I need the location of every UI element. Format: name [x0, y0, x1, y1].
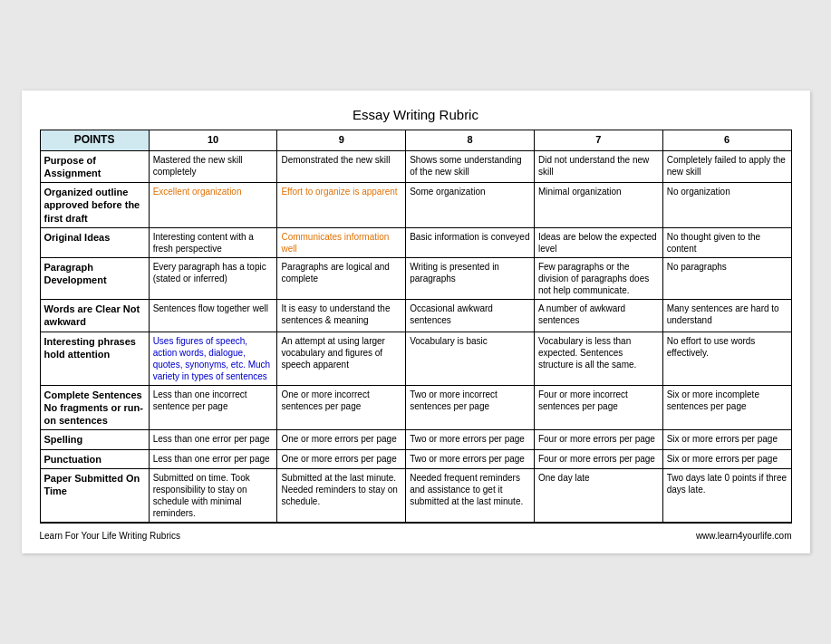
col10-cell: Sentences flow together well	[149, 300, 277, 332]
col8-cell: Needed frequent reminders and assistance…	[406, 469, 535, 524]
col9-cell: One or more incorrect sentences per page	[277, 385, 406, 430]
criterion-cell: Words are Clear Not awkward	[40, 300, 149, 332]
rubric-table: POINTS 10 9 8 7 6 Purpose of AssignmentM…	[40, 130, 792, 524]
page-title: Essay Writing Rubric	[40, 107, 792, 122]
criterion-cell: Paragraph Development	[40, 258, 149, 300]
col10-cell: Less than one error per page	[149, 430, 277, 449]
col10-cell: Every paragraph has a topic (stated or i…	[149, 258, 277, 300]
criterion-cell: Interesting phrases hold attention	[40, 332, 149, 385]
header-col6: 6	[662, 130, 791, 150]
header-col8: 8	[406, 130, 535, 150]
col7-cell: Four or more incorrect sentences per pag…	[534, 385, 662, 430]
footer-right: www.learn4yourlife.com	[696, 531, 792, 541]
col9-cell: Paragraphs are logical and complete	[277, 258, 406, 300]
table-row: Purpose of AssignmentMastered the new sk…	[40, 150, 791, 183]
col9-cell: It is easy to understand the sentences &…	[277, 300, 406, 332]
col10-cell: Interesting content with a fresh perspec…	[149, 228, 277, 258]
criterion-cell: Complete Sentences No fragments or run-o…	[40, 385, 149, 430]
col8-cell: Shows some understanding of the new skil…	[406, 150, 535, 183]
col6-cell: Completely failed to apply the new skill	[662, 150, 791, 183]
col7-cell: Minimal organization	[534, 183, 662, 228]
col8-cell: Basic information is conveyed	[406, 228, 535, 258]
col6-cell: Six or more errors per page	[662, 449, 791, 468]
header-points: POINTS	[40, 130, 149, 150]
criterion-cell: Purpose of Assignment	[40, 150, 149, 183]
col7-cell: A number of awkward sentences	[534, 300, 662, 332]
rubric-page: Essay Writing Rubric POINTS 10 9 8 7 6 P…	[22, 91, 810, 553]
col6-cell: No paragraphs	[662, 258, 791, 300]
col7-cell: Four or more errors per page	[534, 430, 662, 449]
col6-cell: Two days late 0 points if three days lat…	[662, 469, 791, 524]
table-header-row: POINTS 10 9 8 7 6	[40, 130, 791, 150]
header-col7: 7	[534, 130, 662, 150]
table-row: Paper Submitted On TimeSubmitted on time…	[40, 469, 791, 524]
col6-cell: Six or more errors per page	[662, 430, 791, 449]
table-row: Words are Clear Not awkwardSentences flo…	[40, 300, 791, 332]
col7-cell: One day late	[534, 469, 662, 524]
col10-cell: Less than one error per page	[149, 449, 277, 468]
col8-cell: Occasional awkward sentences	[406, 300, 535, 332]
col6-cell: Many sentences are hard to understand	[662, 300, 791, 332]
col6-cell: Six or more incomplete sentences per pag…	[662, 385, 791, 430]
col6-cell: No organization	[662, 183, 791, 228]
col10-cell: Excellent organization	[149, 183, 277, 228]
col6-cell: No thought given to the content	[662, 228, 791, 258]
col9-cell: One or more errors per page	[277, 430, 406, 449]
col9-cell: Communicates information well	[277, 228, 406, 258]
col8-cell: Two or more errors per page	[406, 449, 535, 468]
header-col9: 9	[277, 130, 406, 150]
table-row: PunctuationLess than one error per pageO…	[40, 449, 791, 468]
col9-cell: One or more errors per page	[277, 449, 406, 468]
table-row: Interesting phrases hold attentionUses f…	[40, 332, 791, 385]
criterion-cell: Punctuation	[40, 449, 149, 468]
table-row: Paragraph DevelopmentEvery paragraph has…	[40, 258, 791, 300]
table-row: Complete Sentences No fragments or run-o…	[40, 385, 791, 430]
col7-cell: Vocabulary is less than expected. Senten…	[534, 332, 662, 385]
col9-cell: An attempt at using larger vocabulary an…	[277, 332, 406, 385]
col8-cell: Vocabulary is basic	[406, 332, 535, 385]
col7-cell: Few paragraphs or the division of paragr…	[534, 258, 662, 300]
table-row: SpellingLess than one error per pageOne …	[40, 430, 791, 449]
col10-cell: Submitted on time. Took responsibility t…	[149, 469, 277, 524]
col7-cell: Did not understand the new skill	[534, 150, 662, 183]
col9-cell: Effort to organize is apparent	[277, 183, 406, 228]
table-row: Organized outline approved before the fi…	[40, 183, 791, 228]
col9-cell: Demonstrated the new skill	[277, 150, 406, 183]
col8-cell: Two or more errors per page	[406, 430, 535, 449]
col8-cell: Some organization	[406, 183, 535, 228]
table-row: Original IdeasInteresting content with a…	[40, 228, 791, 258]
col7-cell: Four or more errors per page	[534, 449, 662, 468]
criterion-cell: Organized outline approved before the fi…	[40, 183, 149, 228]
col9-cell: Submitted at the last minute. Needed rem…	[277, 469, 406, 524]
col10-cell: Less than one incorrect sentence per pag…	[149, 385, 277, 430]
col8-cell: Two or more incorrect sentences per page	[406, 385, 535, 430]
col7-cell: Ideas are below the expected level	[534, 228, 662, 258]
col10-cell: Uses figures of speech, action words, di…	[149, 332, 277, 385]
footer: Learn For Your Life Writing Rubrics www.…	[40, 531, 792, 541]
footer-left: Learn For Your Life Writing Rubrics	[40, 531, 180, 541]
criterion-cell: Paper Submitted On Time	[40, 469, 149, 524]
col6-cell: No effort to use words effectively.	[662, 332, 791, 385]
criterion-cell: Original Ideas	[40, 228, 149, 258]
criterion-cell: Spelling	[40, 430, 149, 449]
col10-cell: Mastered the new skill completely	[149, 150, 277, 183]
header-col10: 10	[149, 130, 277, 150]
col8-cell: Writing is presented in paragraphs	[406, 258, 535, 300]
